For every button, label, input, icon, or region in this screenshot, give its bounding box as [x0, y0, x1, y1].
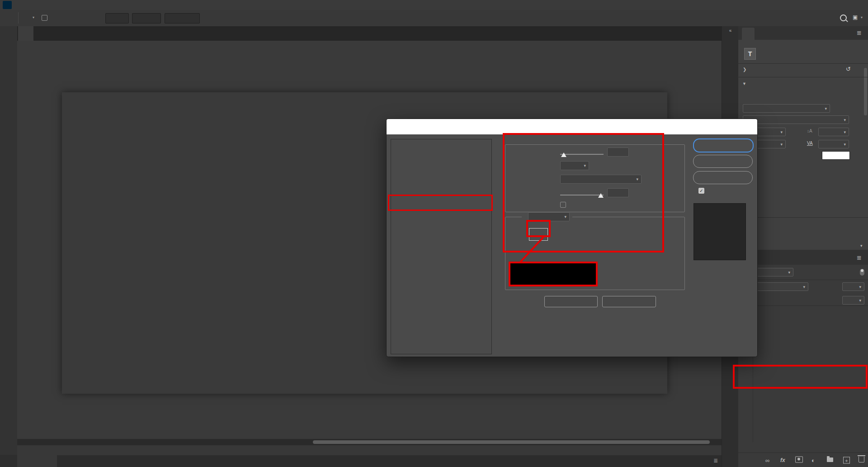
- horizontal-scrollbar[interactable]: [17, 439, 722, 445]
- divider: [738, 280, 868, 280]
- right-panel-group: ≣ T ❯ ↺ ▼ ▾ ▾ T ▾ ↕A: [738, 26, 868, 467]
- chevron-down-icon[interactable]: ▾: [33, 15, 34, 19]
- fit-screen-button[interactable]: [165, 13, 200, 24]
- leading-select[interactable]: ▾: [818, 128, 849, 136]
- style-preview: [693, 203, 746, 260]
- photoshop-logo: [3, 1, 12, 9]
- share-button[interactable]: [811, 13, 832, 23]
- tab-channels[interactable]: [776, 252, 789, 265]
- screen-size-button[interactable]: [132, 13, 161, 24]
- search-icon[interactable]: [840, 14, 847, 21]
- panel-scrollbar[interactable]: [864, 68, 867, 115]
- panel-menu-icon[interactable]: ≣: [857, 29, 862, 36]
- preview-checkbox[interactable]: ✓: [698, 188, 704, 194]
- delete-layer-icon[interactable]: [859, 457, 864, 464]
- fill-input[interactable]: ▾: [842, 296, 864, 305]
- properties-panel: T ❯ ↺ ▼ ▾ ▾ T ▾ ↕A ▾ ▾: [738, 40, 868, 250]
- tool-options-bar: ▾ ▣ ▾: [0, 10, 868, 27]
- tracking-icon: VA: [807, 141, 813, 146]
- divider: [738, 217, 868, 218]
- adjustment-layer-icon[interactable]: ◐: [811, 457, 815, 464]
- chevron-down-icon[interactable]: ▾: [861, 15, 863, 19]
- layer-effects-icon[interactable]: fx: [780, 457, 785, 463]
- menu-bar: [0, 0, 868, 10]
- status-bar: [17, 445, 722, 455]
- annotation-stroke-row-rect: [388, 195, 493, 211]
- layers-header-strip: ≣: [738, 250, 868, 265]
- annotation-layer-row-rect: [733, 365, 868, 389]
- dialog-title-bar[interactable]: [387, 119, 757, 134]
- zoom-100-button[interactable]: [105, 13, 129, 24]
- timeline-tab[interactable]: [17, 455, 57, 467]
- reset-default-button[interactable]: [602, 296, 656, 307]
- menu-icon[interactable]: ≣: [713, 457, 718, 464]
- style-preview-swatch: [705, 217, 733, 245]
- tools-panel: [0, 26, 18, 455]
- filter-toggle[interactable]: [860, 269, 864, 276]
- style-list: [391, 139, 492, 354]
- font-style-select[interactable]: ▾: [743, 115, 849, 124]
- layer-mask-icon[interactable]: [795, 457, 803, 464]
- layers-footer: ∞ fx ◐ +: [738, 453, 868, 467]
- new-style-button[interactable]: [693, 171, 753, 184]
- chevron-down-icon[interactable]: ▾: [860, 243, 863, 248]
- divider: [18, 12, 19, 24]
- document-tab-bar: [17, 26, 722, 41]
- set-default-button[interactable]: [544, 296, 598, 307]
- workspace-icon[interactable]: ▣: [853, 14, 858, 20]
- scroll-all-windows-checkbox[interactable]: [42, 15, 47, 21]
- chevron-down-icon[interactable]: ▼: [742, 81, 746, 86]
- annotation-color-code: [509, 262, 598, 286]
- ok-button[interactable]: [693, 138, 754, 152]
- divider: [738, 305, 868, 306]
- divider: [738, 77, 868, 77]
- tracking-select[interactable]: ▾: [818, 140, 849, 148]
- text-color-swatch[interactable]: [822, 151, 850, 160]
- leading-icon: ↕A: [807, 129, 812, 133]
- timeline-strip: ≣: [17, 455, 722, 467]
- group-layers-icon[interactable]: [827, 457, 833, 463]
- new-layer-icon[interactable]: +: [843, 457, 850, 464]
- chevron-right-icon[interactable]: ❯: [743, 67, 746, 72]
- tab-properties[interactable]: [742, 28, 755, 40]
- link-layers-icon[interactable]: ∞: [765, 457, 769, 464]
- reset-transform-icon[interactable]: ↺: [846, 66, 851, 72]
- panel-menu-icon[interactable]: ≣: [857, 254, 862, 261]
- font-family-select[interactable]: ▾: [743, 104, 830, 113]
- document-tab[interactable]: [18, 26, 33, 41]
- opacity-input[interactable]: ▾: [842, 282, 864, 291]
- photoshop-window: ▾ ▣ ▾ ≣: [0, 0, 868, 467]
- expand-panels-icon[interactable]: «: [722, 28, 739, 33]
- properties-header-strip: ≣: [738, 26, 868, 40]
- cancel-button[interactable]: [693, 155, 753, 168]
- scrollbar-thumb[interactable]: [313, 440, 710, 444]
- divider: [738, 63, 868, 64]
- text-layer-icon: T: [744, 48, 756, 60]
- annotation-swatch-rect: [526, 220, 551, 237]
